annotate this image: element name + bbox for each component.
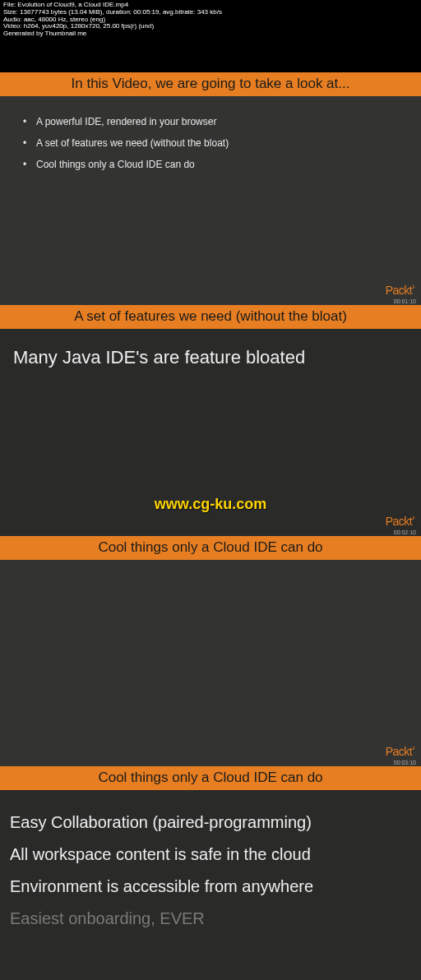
list-item: Environment is accessible from anywhere [10, 871, 411, 903]
bullet-item: A set of features we need (without the b… [23, 132, 398, 154]
timestamp: 00:03:10 [394, 760, 416, 765]
packt-logo: Packt› [386, 513, 414, 528]
timestamp: 00:01:10 [394, 298, 416, 304]
timestamp: 00:02:10 [394, 529, 416, 535]
video-metadata: File: Evolution of Cloud9, a Cloud IDE.m… [0, 0, 421, 39]
packt-logo: Packt› [386, 282, 414, 297]
slide2-header: A set of features we need (without the b… [0, 305, 421, 329]
packt-logo: Packt› [386, 743, 414, 758]
slide-4: Cool things only a Cloud IDE can do Easy… [0, 766, 421, 980]
list-item: All workspace content is safe in the clo… [10, 839, 411, 871]
slide3-header: Cool things only a Cloud IDE can do [0, 536, 421, 560]
slide2-body: Many Java IDE's are feature bloated [0, 329, 421, 368]
slide-2: A set of features we need (without the b… [0, 305, 421, 536]
meta-generated: Generated by Thumbnail me [3, 30, 418, 38]
watermark: www.cg-ku.com [155, 496, 266, 513]
slide4-list: Easy Collaboration (paired-programming) … [0, 790, 421, 935]
bullet-item: A powerful IDE, rendered in your browser [23, 111, 398, 132]
slide1-bullets: A powerful IDE, rendered in your browser… [0, 96, 421, 190]
slide1-header: In this Video, we are going to take a lo… [0, 72, 421, 96]
slide-1: In this Video, we are going to take a lo… [0, 72, 421, 305]
list-item: Easy Collaboration (paired-programming) [10, 807, 411, 839]
bullet-item: Cool things only a Cloud IDE can do [23, 154, 398, 175]
list-item-faded: Easiest onboarding, EVER [10, 903, 411, 935]
slide-3: Cool things only a Cloud IDE can do Pack… [0, 536, 421, 766]
slide4-header: Cool things only a Cloud IDE can do [0, 766, 421, 790]
